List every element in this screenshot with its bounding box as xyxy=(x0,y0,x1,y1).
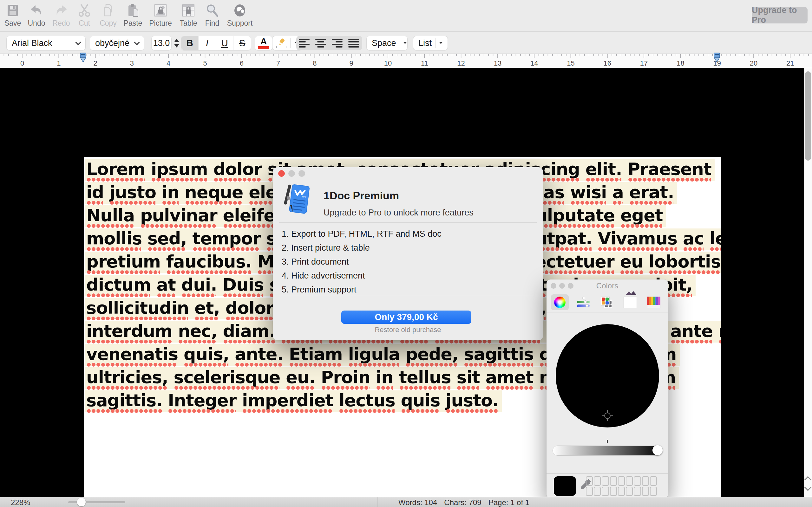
font-family-select[interactable]: Arial Black xyxy=(6,36,86,50)
font-style-value: obyčejné xyxy=(95,38,130,48)
indent-marker-right[interactable] xyxy=(713,52,721,63)
indent-marker-left[interactable] xyxy=(79,52,87,63)
close-button[interactable] xyxy=(551,283,556,289)
saved-swatch-grid[interactable] xyxy=(586,476,657,496)
ruler-number: 14 xyxy=(530,59,538,67)
swatch-slot[interactable] xyxy=(594,487,601,496)
ruler-number: 12 xyxy=(457,59,465,67)
swatch-slot[interactable] xyxy=(586,487,593,496)
bold-button[interactable]: B xyxy=(181,36,199,50)
colors-panel: Colors xyxy=(547,279,668,498)
italic-button[interactable]: I xyxy=(199,36,216,50)
align-center-button[interactable] xyxy=(315,39,327,48)
word: ante. xyxy=(235,344,283,364)
font-family-value: Arial Black xyxy=(12,38,52,48)
font-style-select[interactable]: obyčejné xyxy=(90,36,144,50)
word: eu xyxy=(620,251,643,272)
word: Integer xyxy=(168,390,236,410)
word: diam. xyxy=(223,321,275,341)
space-select[interactable]: Space xyxy=(366,36,408,50)
colors-panel-footer xyxy=(547,473,668,498)
upgrade-to-pro-button[interactable]: Upgrade to Pro xyxy=(752,7,808,23)
close-button[interactable] xyxy=(278,170,285,177)
scroll-up-icon[interactable] xyxy=(804,476,812,484)
find-button[interactable]: Find xyxy=(199,3,226,30)
page-count: Page: 1 of 1 xyxy=(489,498,529,507)
swatch-slot[interactable] xyxy=(618,487,625,496)
word: dolor. xyxy=(225,298,278,318)
save-label: Save xyxy=(4,19,21,27)
zoom-button xyxy=(299,170,305,177)
swatch-slot[interactable] xyxy=(602,476,609,486)
swatch-slot[interactable] xyxy=(586,476,593,486)
space-dropdown-arrow xyxy=(403,42,407,44)
ruler-number: 7 xyxy=(276,59,280,67)
swatch-slot[interactable] xyxy=(650,487,657,496)
swatch-slot[interactable] xyxy=(634,487,641,496)
table-lock-icon xyxy=(181,3,196,18)
support-button[interactable]: Support xyxy=(226,3,253,30)
swatch-slot[interactable] xyxy=(642,476,649,486)
word: mollis xyxy=(86,228,142,248)
swatch-slot[interactable] xyxy=(602,487,609,496)
align-right-button[interactable] xyxy=(332,39,343,48)
document-stats: Words: 104 Chars: 709 Page: 1 of 1 xyxy=(398,498,529,507)
color-image-tab[interactable] xyxy=(621,294,639,310)
zoom-slider[interactable] xyxy=(68,501,125,503)
swatch-slot[interactable] xyxy=(594,476,601,486)
picture-button[interactable]: Picture xyxy=(147,3,174,30)
word: non, xyxy=(718,321,721,341)
swatch-slot[interactable] xyxy=(642,487,649,496)
dialog-titlebar xyxy=(273,167,543,179)
restore-purchase-link[interactable]: Restore old purchase xyxy=(273,326,543,334)
color-pencils-tab[interactable] xyxy=(645,294,663,310)
underline-button[interactable]: U xyxy=(216,36,234,50)
app-window: Save Undo Redo Cut xyxy=(0,0,812,507)
scroll-down-icon[interactable] xyxy=(804,484,812,491)
wheel-cursor-icon[interactable] xyxy=(601,410,613,422)
font-size-stepper[interactable] xyxy=(173,36,181,50)
undo-button[interactable]: Undo xyxy=(23,3,50,30)
align-left-button[interactable] xyxy=(299,39,310,48)
swatch-slot[interactable] xyxy=(610,487,617,496)
current-color-swatch[interactable] xyxy=(554,476,576,496)
word: quis xyxy=(401,390,440,410)
word: Praesent xyxy=(628,159,711,179)
word: et, xyxy=(194,298,220,318)
color-palette-tab[interactable] xyxy=(598,294,616,310)
buy-button[interactable]: Only 379,00 Kč xyxy=(341,311,471,324)
table-label: Table xyxy=(180,19,197,27)
text-color-button[interactable]: A xyxy=(255,36,272,50)
word: tellus xyxy=(399,367,451,387)
color-wheel-tab[interactable] xyxy=(551,294,569,310)
paste-button[interactable]: Paste xyxy=(119,3,147,30)
brightness-knob[interactable] xyxy=(653,445,663,455)
swatch-slot[interactable] xyxy=(618,476,625,486)
swatch-slot[interactable] xyxy=(610,476,617,486)
stepper-up-icon xyxy=(174,39,179,42)
redo-icon xyxy=(54,3,68,18)
swatch-slot[interactable] xyxy=(626,487,633,496)
highlighter-icon xyxy=(276,38,287,48)
swatch-slot[interactable] xyxy=(650,476,657,486)
strikethrough-button[interactable]: S xyxy=(234,36,251,50)
vertical-scrollbar[interactable] xyxy=(804,68,812,497)
brightness-slider[interactable] xyxy=(553,446,662,456)
align-justify-button[interactable] xyxy=(348,39,360,48)
word: lobortis xyxy=(649,251,720,272)
font-size-input[interactable]: 13.0 xyxy=(151,36,171,50)
swatch-slot[interactable] xyxy=(634,476,641,486)
table-button[interactable]: Table xyxy=(175,3,202,30)
zoom-slider-knob[interactable] xyxy=(77,498,86,506)
feature-item: 1. Export to PDF, HTML, RTF and MS doc xyxy=(282,227,442,241)
save-button[interactable]: Save xyxy=(0,3,26,30)
feature-list: 1. Export to PDF, HTML, RTF and MS doc2.… xyxy=(282,227,442,297)
ruler-number: 18 xyxy=(676,59,684,67)
word: leo xyxy=(710,228,721,248)
ruler-number: 0 xyxy=(20,59,24,67)
ruler-number: 11 xyxy=(421,59,428,67)
swatch-slot[interactable] xyxy=(626,476,633,486)
color-sliders-tab[interactable] xyxy=(574,294,592,310)
list-select[interactable]: List xyxy=(413,36,448,50)
scrollbar-thumb[interactable] xyxy=(805,71,811,161)
